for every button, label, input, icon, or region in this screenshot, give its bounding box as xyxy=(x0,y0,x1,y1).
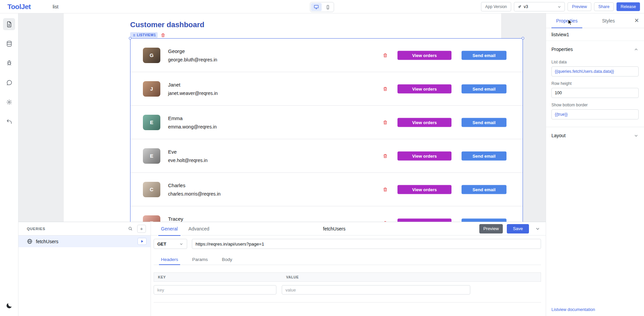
row-delete-icon[interactable] xyxy=(383,187,388,192)
row-height-input[interactable] xyxy=(551,88,639,98)
show-bottom-border-label: Show bottom border xyxy=(551,103,639,107)
send-email-button[interactable]: Send email xyxy=(462,151,506,160)
list-item: E Eve eve.holt@reqres.in View orders Sen… xyxy=(130,139,523,173)
http-method-select[interactable]: GET xyxy=(154,239,187,249)
avatar: T xyxy=(143,215,160,222)
tab-properties[interactable]: Properties xyxy=(546,13,588,28)
version-dropdown[interactable]: v3 xyxy=(514,2,565,11)
tab-params[interactable]: Params xyxy=(192,254,209,265)
customer-name: Janet xyxy=(168,82,218,88)
view-orders-button[interactable]: View orders xyxy=(397,51,451,60)
selected-query-title: fetchUsers xyxy=(323,226,345,231)
topbar-actions: App Version v3 Preview Share Release xyxy=(481,2,640,11)
tooljet-logo: ToolJet xyxy=(7,3,31,11)
row-delete-icon[interactable] xyxy=(383,86,388,91)
play-icon xyxy=(140,240,144,243)
top-bar: ToolJet list App Version v3 Preview Shar… xyxy=(0,0,644,13)
value-column-header: VALUE xyxy=(281,275,299,279)
query-list-item[interactable]: fetchUsers xyxy=(18,235,151,247)
send-email-button[interactable]: Send email xyxy=(462,185,506,194)
device-toggle xyxy=(310,2,334,12)
header-key-input[interactable] xyxy=(154,285,276,295)
send-email-button[interactable]: Send email xyxy=(462,118,506,127)
add-query-button[interactable]: + xyxy=(137,225,146,233)
tab-headers[interactable]: Headers xyxy=(160,254,179,265)
properties-section-header[interactable]: Properties xyxy=(551,42,639,57)
list-icon xyxy=(132,34,136,37)
tab-advanced[interactable]: Advanced xyxy=(188,222,210,235)
send-email-button[interactable]: Send email xyxy=(462,218,506,222)
tab-styles[interactable]: Styles xyxy=(588,13,629,28)
dark-mode-toggle[interactable] xyxy=(6,302,13,309)
listview-documentation-link[interactable]: Listview documentation xyxy=(551,307,595,312)
chevron-down-icon xyxy=(557,5,561,9)
sidebar-item-settings[interactable] xyxy=(3,96,15,108)
page-title: Customer dashboard xyxy=(130,20,204,29)
avatar: C xyxy=(143,182,160,197)
send-email-button[interactable]: Send email xyxy=(462,84,506,93)
search-queries-button[interactable] xyxy=(126,225,135,233)
sidebar-item-comments[interactable] xyxy=(3,76,15,89)
view-orders-button[interactable]: View orders xyxy=(397,218,451,222)
customer-name: Tracey xyxy=(168,216,183,222)
query-editor-header: General Advanced fetchUsers Preview Save xyxy=(151,222,546,235)
query-list-pane: QUERIES + fetchUsers xyxy=(18,222,151,316)
query-save-button[interactable]: Save xyxy=(507,224,529,233)
query-preview-button[interactable]: Preview xyxy=(479,224,503,233)
inspector-tabs: Properties Styles ✕ xyxy=(546,13,644,28)
database-icon xyxy=(6,41,12,47)
kv-table-header: KEY VALUE xyxy=(154,272,541,282)
request-url-input[interactable] xyxy=(192,239,541,249)
sidebar-item-debugger[interactable] xyxy=(3,57,15,69)
customer-name: Eve xyxy=(168,149,208,155)
sidebar-item-datasources[interactable] xyxy=(3,38,15,50)
pages-icon xyxy=(6,21,12,28)
query-name: fetchUsers xyxy=(36,239,58,244)
row-delete-icon[interactable] xyxy=(383,120,388,125)
listview-widget[interactable]: G George george.bluth@reqres.in View ord… xyxy=(130,38,523,222)
query-list-header: QUERIES + xyxy=(18,222,151,235)
share-button[interactable]: Share xyxy=(594,2,614,11)
view-orders-button[interactable]: View orders xyxy=(397,118,451,127)
sidebar-item-undo[interactable] xyxy=(3,115,15,127)
close-icon[interactable]: ✕ xyxy=(629,13,644,28)
desktop-view-button[interactable] xyxy=(311,3,322,11)
preview-button[interactable]: Preview xyxy=(568,2,591,11)
row-delete-icon[interactable] xyxy=(383,53,388,58)
view-orders-button[interactable]: View orders xyxy=(397,84,451,93)
app-canvas[interactable]: Customer dashboard LISTVIEW1 G George xyxy=(64,13,501,222)
tab-general[interactable]: General xyxy=(160,222,178,235)
gear-icon xyxy=(6,99,12,105)
delete-widget-icon[interactable] xyxy=(161,33,165,38)
customer-email: emma.wong@reqres.in xyxy=(168,124,217,129)
run-query-button[interactable] xyxy=(138,238,147,245)
collapse-panel-icon[interactable] xyxy=(535,226,540,231)
query-panel: QUERIES + fetchUsers xyxy=(18,222,546,316)
sidebar-item-pages[interactable] xyxy=(3,18,15,30)
list-data-input[interactable] xyxy=(551,66,639,76)
comments-icon xyxy=(6,80,12,86)
avatar: E xyxy=(143,148,160,164)
resize-handle[interactable] xyxy=(522,37,524,40)
view-orders-button[interactable]: View orders xyxy=(397,185,451,194)
resize-handle[interactable] xyxy=(129,37,131,40)
send-email-button[interactable]: Send email xyxy=(462,51,506,60)
show-bottom-border-input[interactable] xyxy=(551,109,639,119)
left-sidebar xyxy=(0,13,18,316)
view-orders-button[interactable]: View orders xyxy=(397,151,451,160)
mobile-view-button[interactable] xyxy=(322,3,333,11)
layout-section-header[interactable]: Layout xyxy=(551,128,639,143)
chevron-down-icon xyxy=(634,133,639,138)
customer-email: janet.weaver@reqres.in xyxy=(168,91,218,96)
undo-icon xyxy=(6,118,12,125)
rest-api-icon xyxy=(27,239,33,244)
row-height-label: Row height xyxy=(551,81,639,86)
tab-body[interactable]: Body xyxy=(221,254,233,265)
header-value-input[interactable] xyxy=(282,285,470,295)
widget-tag: LISTVIEW1 xyxy=(130,32,165,38)
row-delete-icon[interactable] xyxy=(383,153,388,158)
customer-email: george.bluth@reqres.in xyxy=(168,57,217,62)
queries-title: QUERIES xyxy=(27,227,45,231)
release-button[interactable]: Release xyxy=(616,2,640,11)
debugger-icon xyxy=(6,60,12,66)
